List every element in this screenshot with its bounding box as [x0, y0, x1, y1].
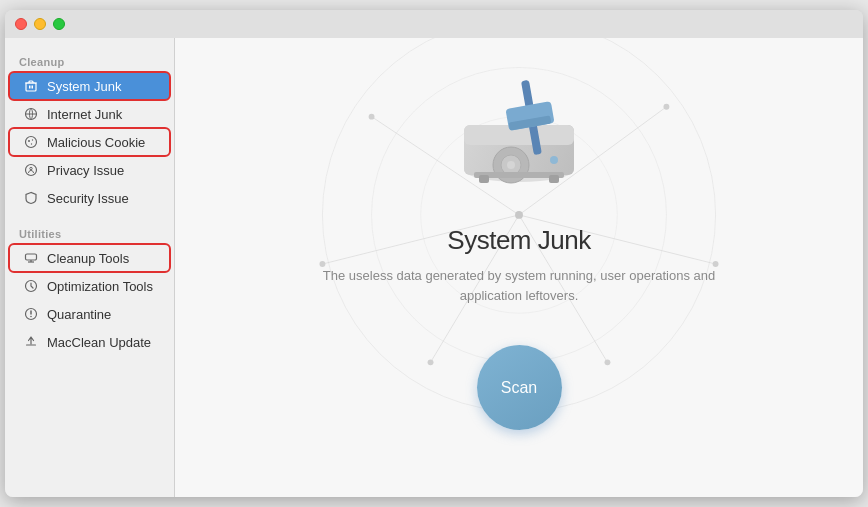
- main-content: System Junk The useless data generated b…: [309, 75, 729, 430]
- sidebar-item-optimization-tools[interactable]: Optimization Tools: [9, 272, 170, 300]
- sidebar-item-label-privacy-issue: Privacy Issue: [47, 163, 124, 178]
- svg-point-34: [550, 156, 558, 164]
- scan-button-label: Scan: [501, 379, 537, 397]
- svg-point-11: [30, 316, 32, 318]
- optimization-tools-icon: [23, 278, 39, 294]
- minimize-button[interactable]: [34, 18, 46, 30]
- quarantine-icon: [23, 306, 39, 322]
- sidebar-item-quarantine[interactable]: Quarantine: [9, 300, 170, 328]
- sidebar-item-label-internet-junk: Internet Junk: [47, 107, 122, 122]
- svg-rect-36: [479, 175, 489, 183]
- sidebar-item-label-cleanup-tools: Cleanup Tools: [47, 251, 129, 266]
- svg-rect-37: [549, 175, 559, 183]
- sidebar-item-label-security-issue: Security Issue: [47, 191, 129, 206]
- sidebar-item-macclean-update[interactable]: MacClean Update: [9, 328, 170, 356]
- svg-point-7: [30, 167, 32, 169]
- svg-point-4: [32, 139, 33, 140]
- internet-junk-icon: [23, 106, 39, 122]
- utilities-section-label: Utilities: [5, 222, 174, 244]
- privacy-issue-icon: [23, 162, 39, 178]
- sidebar-item-cleanup-tools[interactable]: Cleanup Tools: [9, 244, 170, 272]
- sidebar-item-label-system-junk: System Junk: [47, 79, 121, 94]
- security-issue-icon: [23, 190, 39, 206]
- sidebar-item-label-macclean-update: MacClean Update: [47, 335, 151, 350]
- scan-button[interactable]: Scan: [477, 345, 562, 430]
- titlebar: [5, 10, 863, 38]
- close-button[interactable]: [15, 18, 27, 30]
- sidebar-item-malicious-cookie[interactable]: Malicious Cookie: [9, 128, 170, 156]
- app-icon: [439, 75, 599, 215]
- main-content-area: Cleanup System Junk: [5, 38, 863, 497]
- system-junk-icon: [23, 78, 39, 94]
- main-panel: System Junk The useless data generated b…: [175, 38, 863, 497]
- svg-point-3: [28, 140, 30, 142]
- app-window: Cleanup System Junk: [5, 10, 863, 497]
- main-title: System Junk: [447, 225, 590, 256]
- sidebar: Cleanup System Junk: [5, 38, 175, 497]
- sidebar-item-internet-junk[interactable]: Internet Junk: [9, 100, 170, 128]
- sidebar-item-label-malicious-cookie: Malicious Cookie: [47, 135, 145, 150]
- cleanup-tools-icon: [23, 250, 39, 266]
- svg-point-5: [31, 143, 32, 144]
- svg-point-2: [26, 137, 37, 148]
- main-description: The useless data generated by system run…: [309, 266, 729, 305]
- sidebar-item-label-optimization-tools: Optimization Tools: [47, 279, 153, 294]
- cleanup-section-label: Cleanup: [5, 50, 174, 72]
- maximize-button[interactable]: [53, 18, 65, 30]
- svg-point-33: [507, 161, 515, 169]
- macclean-update-icon: [23, 334, 39, 350]
- sidebar-item-label-quarantine: Quarantine: [47, 307, 111, 322]
- sidebar-item-system-junk[interactable]: System Junk: [9, 72, 170, 100]
- sidebar-item-security-issue[interactable]: Security Issue: [9, 184, 170, 212]
- malicious-cookie-icon: [23, 134, 39, 150]
- sidebar-item-privacy-issue[interactable]: Privacy Issue: [9, 156, 170, 184]
- svg-rect-8: [26, 254, 37, 260]
